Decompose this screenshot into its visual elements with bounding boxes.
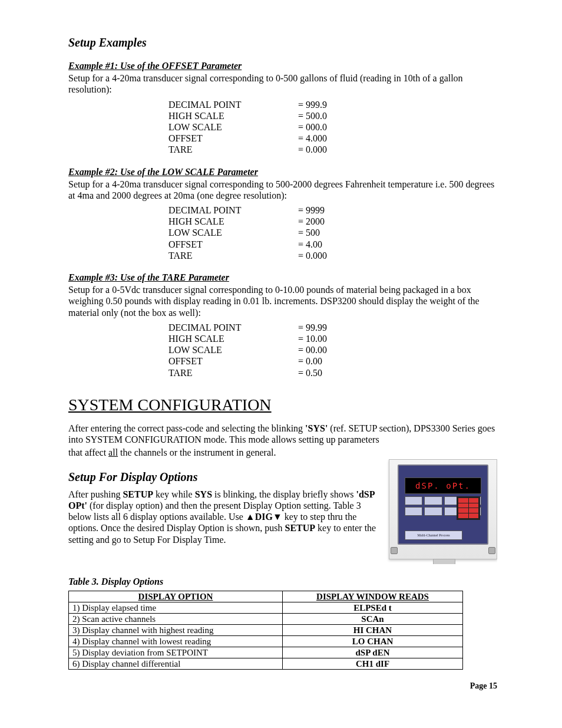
param-val: = 000.0: [298, 121, 327, 133]
param-name: TARE: [168, 250, 298, 261]
param-val: = 9999: [298, 205, 325, 216]
param-val: = 500: [298, 227, 320, 238]
sysconf-p1: After entering the correct pass-code and…: [68, 423, 497, 445]
param-name: HIGH SCALE: [168, 110, 298, 121]
system-config-heading: SYSTEM CONFIGURATION: [68, 395, 497, 415]
param-name: TARE: [168, 367, 298, 378]
table-header: DISPLAY WINDOW READS: [283, 591, 463, 602]
param-name: HIGH SCALE: [168, 333, 298, 344]
param-val: = 4.00: [298, 239, 322, 250]
param-val: = 2000: [298, 216, 325, 227]
param-val: = 10.00: [298, 333, 327, 344]
table-header: DISPLAY OPTION: [69, 591, 283, 602]
table-row: 6) Display channel differentialCH1 dIF: [69, 658, 463, 670]
table-caption: Table 3. Display Options: [68, 576, 497, 587]
param-name: LOW SCALE: [168, 121, 298, 133]
device-screen: dSP. oPt.: [405, 477, 481, 494]
example2-heading: Example #2: Use of the LOW SCALE Paramet…: [68, 166, 497, 177]
param-val: = 999.9: [298, 99, 327, 110]
example1-heading: Example #1: Use of the OFFSET Parameter: [68, 60, 497, 71]
example3-heading: Example #3: Use of the TARE Parameter: [68, 272, 497, 283]
param-name: DECIMAL POINT: [168, 322, 298, 333]
param-name: LOW SCALE: [168, 344, 298, 355]
table-row: 4) Display channel with lowest readingLO…: [69, 636, 463, 647]
example1-desc: Setup for a 4-20ma transducer signal cor…: [68, 73, 497, 95]
param-name: HIGH SCALE: [168, 216, 298, 227]
table-row: 3) Display channel with highest readingH…: [69, 625, 463, 636]
param-val: = 500.0: [298, 110, 327, 121]
param-val: = 0.000: [298, 250, 327, 261]
example3-params: DECIMAL POINT= 99.99 HIGH SCALE= 10.00 L…: [168, 322, 497, 378]
display-options-table: DISPLAY OPTION DISPLAY WINDOW READS 1) D…: [68, 591, 463, 670]
param-name: DECIMAL POINT: [168, 99, 298, 110]
page-number: Page 15: [68, 681, 497, 691]
example3-desc: Setup for a 0-5Vdc transducer signal cor…: [68, 284, 497, 318]
param-val: = 4.000: [298, 133, 327, 144]
param-val: = 0.00: [298, 355, 322, 367]
example2-desc: Setup for a 4-20ma transducer signal cor…: [68, 179, 497, 201]
table-row: 2) Scan active channelsSCAn: [69, 614, 463, 625]
param-name: LOW SCALE: [168, 227, 298, 238]
param-name: OFFSET: [168, 239, 298, 250]
param-name: TARE: [168, 144, 298, 155]
example1-params: DECIMAL POINT= 999.9 HIGH SCALE= 500.0 L…: [168, 99, 497, 156]
table-row: 5) Display deviation from SETPOINTdSP dE…: [69, 647, 463, 658]
param-name: DECIMAL POINT: [168, 205, 298, 216]
param-name: OFFSET: [168, 133, 298, 144]
sysconf-p2: that affect all the channels or the inst…: [68, 447, 497, 458]
device-photo: dSP. oPt. Multi-Channel Process: [389, 459, 497, 559]
section-title: Setup Examples: [68, 35, 497, 50]
param-val: = 0.50: [298, 367, 322, 378]
param-val: = 99.99: [298, 322, 327, 333]
param-val: = 0.000: [298, 144, 327, 155]
param-name: OFFSET: [168, 355, 298, 367]
table-row: 1) Display elapsed timeELPSEd t: [69, 602, 463, 614]
param-val: = 00.00: [298, 344, 327, 355]
example2-params: DECIMAL POINT= 9999 HIGH SCALE= 2000 LOW…: [168, 205, 497, 261]
